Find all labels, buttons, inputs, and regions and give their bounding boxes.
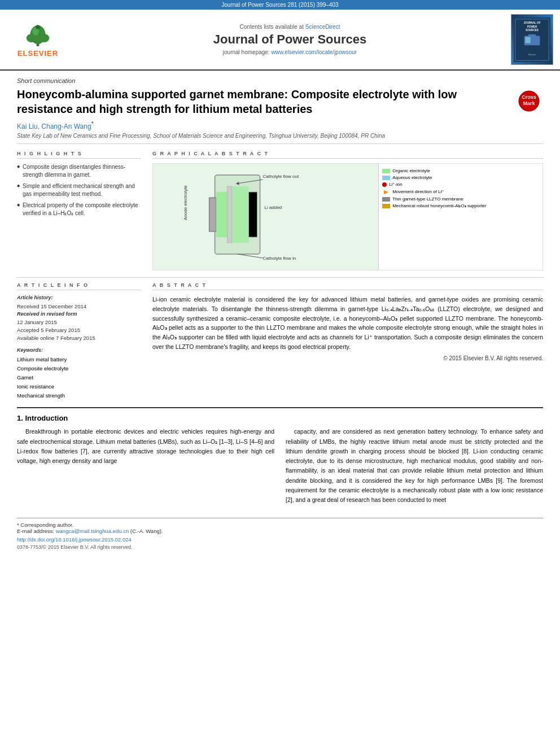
svg-rect-13 <box>525 37 530 43</box>
affiliation: State Key Lab of New Ceramics and Fine P… <box>17 133 543 144</box>
elsevier-tree-icon <box>21 22 55 47</box>
highlights-col: H I G H L I G H T S Composite design dis… <box>17 151 141 270</box>
journal-homepage-link[interactable]: www.elsevier.com/locate/jpowsour <box>271 49 357 55</box>
svg-text:POWER: POWER <box>527 25 537 28</box>
section-divider <box>17 277 543 278</box>
legend-color-liion <box>382 182 387 187</box>
author-note: * <box>91 121 94 127</box>
ga-svg: Catholyte flow out Catholyte flow in Li … <box>153 164 378 270</box>
legend-color-aqueous <box>382 176 390 180</box>
svg-text:JOURNAL OF: JOURNAL OF <box>524 21 541 24</box>
svg-point-5 <box>36 25 40 29</box>
svg-rect-12 <box>528 34 536 36</box>
intro-left-col: Breakthrough in portable electronic devi… <box>17 427 274 509</box>
revised-date: 12 January 2015 <box>17 318 141 326</box>
corresponding-note: * Corresponding author. <box>17 522 543 528</box>
history-label: Article history: <box>17 295 141 300</box>
footer-notes: * Corresponding author. E-mail address: … <box>17 518 543 550</box>
article-content: Short communication Honeycomb-alumina su… <box>0 71 560 557</box>
legend-garnet: Thin garnet-type LLZTO membrane <box>382 196 539 202</box>
journal-title-area: Contents lists available at ScienceDirec… <box>69 24 511 55</box>
intro-left-text: Breakthrough in portable electronic devi… <box>17 427 274 466</box>
ga-legend-area: Organic electrolyte Aqueous electrolyte … <box>379 164 542 270</box>
keyword-item: Lithium metal battery <box>17 355 141 364</box>
article-title-container: Honeycomb-alumina supported garnet membr… <box>17 87 543 116</box>
highlight-item: Simple and efficient mechanical strength… <box>17 182 141 198</box>
journal-cover: JOURNAL OF POWER SOURCES Elsevier <box>511 14 553 65</box>
cover-thumbnail: JOURNAL OF POWER SOURCES Elsevier <box>514 16 550 64</box>
keyword-item: Mechanical strength <box>17 391 141 400</box>
elsevier-logo: ELSEVIER <box>7 22 69 58</box>
legend-movement: ▶ Movement direction of Li⁺ <box>382 189 539 195</box>
intro-right-text: capacity, and are considered as next gen… <box>286 427 543 505</box>
svg-text:SOURCES: SOURCES <box>526 29 539 32</box>
keywords-label: Keywords: <box>17 347 141 353</box>
science-direct-anchor[interactable]: ScienceDirect <box>305 24 340 30</box>
abstract-text: Li-ion ceramic electrolyte material is c… <box>152 295 543 352</box>
svg-rect-22 <box>228 186 232 243</box>
journal-name: Journal of Power Sources <box>69 32 511 47</box>
graphical-abstract-col: G R A P H I C A L A B S T R A C T <box>152 151 543 270</box>
legend-arrow-icon: ▶ <box>382 189 390 195</box>
highlights-list: Composite design disentangles thinness-s… <box>17 163 141 217</box>
elsevier-label: ELSEVIER <box>18 49 58 58</box>
journal-bar-text: Journal of Power Sources 281 (2015) 399–… <box>221 2 338 8</box>
svg-text:Catholyte flow in: Catholyte flow in <box>263 256 296 261</box>
svg-rect-21 <box>216 192 228 237</box>
highlight-item: Electrical property of the composite ele… <box>17 202 141 217</box>
svg-text:Catholyte flow out: Catholyte flow out <box>263 174 299 179</box>
email-line: E-mail address: wangca@mail.tsinghua.edu… <box>17 528 543 534</box>
svg-rect-23 <box>232 186 249 243</box>
journal-homepage: journal homepage: www.elsevier.com/locat… <box>69 49 511 55</box>
keyword-item: Composite electrolyte <box>17 364 141 373</box>
crossmark-badge[interactable]: Cross Mark <box>515 87 543 115</box>
journal-bar: Journal of Power Sources 281 (2015) 399–… <box>0 0 560 10</box>
legend-li-ion: Li⁺-ion <box>382 182 539 187</box>
graphical-abstract-header: G R A P H I C A L A B S T R A C T <box>152 151 543 159</box>
crossmark-icon: Cross Mark <box>518 90 540 112</box>
abstract-col: A B S T R A C T Li-ion ceramic electroly… <box>152 282 543 400</box>
article-info-header: A R T I C L E I N F O <box>17 282 141 290</box>
footer-issn: 0378-7753/© 2015 Elsevier B.V. All right… <box>17 544 543 550</box>
author-link[interactable]: Kai Liu, Chang-An Wang <box>17 123 91 130</box>
svg-text:Elsevier: Elsevier <box>528 53 536 55</box>
article-info-abstract-row: A R T I C L E I N F O Article history: R… <box>17 282 543 400</box>
available-date: Available online 7 February 2015 <box>17 334 141 342</box>
intro-right-col: capacity, and are considered as next gen… <box>286 427 543 509</box>
svg-text:Li added: Li added <box>265 205 282 210</box>
svg-text:Cross: Cross <box>522 94 536 100</box>
introduction-section: 1. Introduction Breakthrough in portable… <box>17 407 543 509</box>
legend-organic: Organic electrolyte <box>382 168 539 173</box>
keyword-item: Ionic resistance <box>17 382 141 391</box>
ga-diagram-area: Catholyte flow out Catholyte flow in Li … <box>153 164 379 270</box>
highlights-graphical-row: H I G H L I G H T S Composite design dis… <box>17 151 543 270</box>
science-direct-link: Contents lists available at ScienceDirec… <box>69 24 511 30</box>
svg-rect-24 <box>249 192 257 237</box>
highlights-header: H I G H L I G H T S <box>17 151 141 159</box>
svg-point-3 <box>39 34 49 42</box>
legend-color-organic <box>382 169 390 173</box>
legend-color-honeycomb <box>382 204 390 208</box>
email-link[interactable]: wangca@mail.tsinghua.edu.cn <box>56 528 129 534</box>
legend-color-garnet <box>382 197 390 202</box>
doi-link[interactable]: http://dx.doi.org/10.1016/j.jpowsour.201… <box>17 536 543 543</box>
keywords-list: Lithium metal battery Composite electrol… <box>17 355 141 401</box>
article-info-col: A R T I C L E I N F O Article history: R… <box>17 282 141 400</box>
legend-honeycomb: Mechanical robust honeycomb-Al₂O₃ suppor… <box>382 203 539 208</box>
introduction-heading: 1. Introduction <box>17 414 543 422</box>
graphical-abstract-image: Catholyte flow out Catholyte flow in Li … <box>152 163 543 270</box>
authors: Kai Liu, Chang-An Wang* <box>17 121 543 130</box>
highlight-item: Composite design disentangles thinness-s… <box>17 163 141 179</box>
svg-rect-20 <box>209 198 216 231</box>
journal-header: ELSEVIER Contents lists available at Sci… <box>0 10 560 71</box>
svg-text:Anode electrolyte: Anode electrolyte <box>183 185 188 220</box>
revised-label: Received in revised form <box>17 311 141 318</box>
svg-text:Mark: Mark <box>523 101 535 106</box>
abstract-header: A B S T R A C T <box>152 282 543 290</box>
keyword-item: Garnet <box>17 373 141 382</box>
svg-rect-18 <box>181 164 351 270</box>
article-type: Short communication <box>17 77 543 84</box>
keywords-section: Keywords: Lithium metal battery Composit… <box>17 347 141 401</box>
legend-aqueous: Aqueous electrolyte <box>382 175 539 180</box>
received-date: Received 15 December 2014 <box>17 303 141 311</box>
